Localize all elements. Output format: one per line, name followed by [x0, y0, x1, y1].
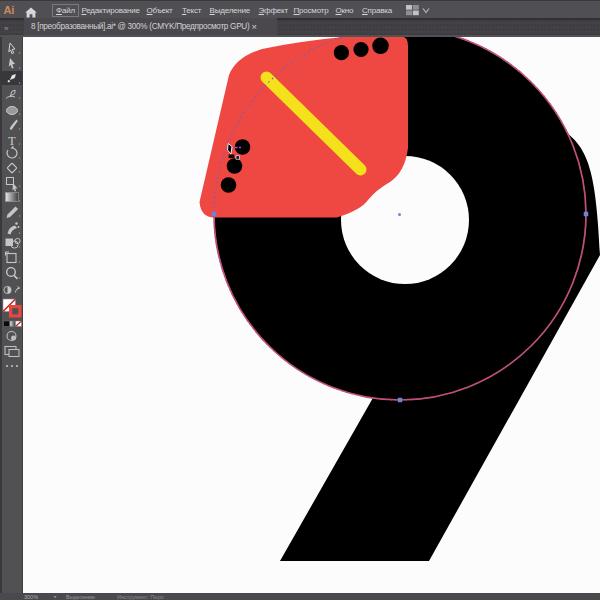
svg-text:T: T: [8, 134, 16, 148]
